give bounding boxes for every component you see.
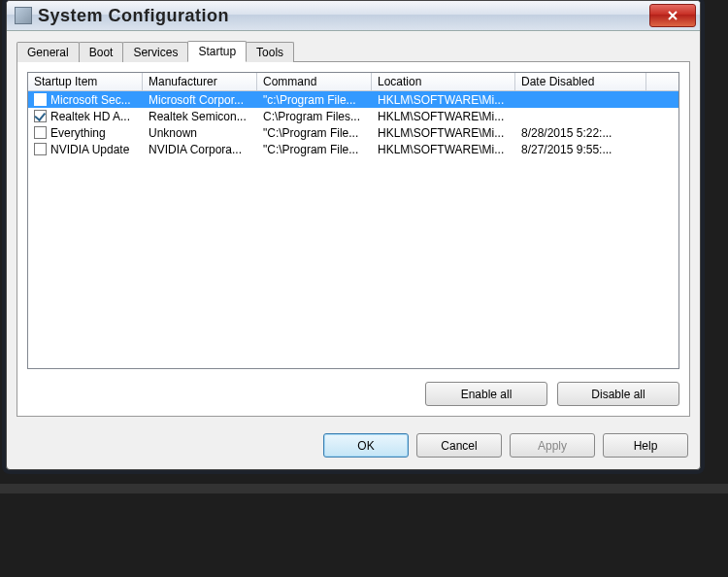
cell-location: HKLM\SOFTWARE\Mi... [372, 143, 515, 156]
column-manufacturer[interactable]: Manufacturer [143, 73, 257, 90]
cell-command: "C:\Program File... [257, 126, 372, 140]
desktop-divider [0, 484, 728, 493]
listview-body: Microsoft Sec...Microsoft Corpor..."c:\P… [28, 91, 678, 157]
enable-all-button[interactable]: Enable all [425, 382, 547, 406]
cell-startup-item: NVIDIA Update [28, 143, 143, 156]
table-row[interactable]: Microsoft Sec...Microsoft Corpor..."c:\P… [28, 91, 678, 108]
column-date-disabled[interactable]: Date Disabled [515, 73, 646, 90]
disable-all-button[interactable]: Disable all [557, 382, 679, 406]
table-row[interactable]: EverythingUnknown"C:\Program File...HKLM… [28, 124, 678, 141]
tab-tools[interactable]: Tools [246, 42, 294, 62]
column-command[interactable]: Command [257, 73, 372, 90]
tab-boot[interactable]: Boot [79, 42, 124, 62]
cell-command: "C:\Program File... [257, 143, 372, 156]
panel-button-row: Enable all Disable all [425, 382, 679, 406]
row-checkbox[interactable] [34, 143, 47, 155]
startup-item-label: NVIDIA Update [50, 143, 129, 156]
cell-manufacturer: NVIDIA Corpora... [143, 143, 257, 156]
table-row[interactable]: Realtek HD A...Realtek Semicon...C:\Prog… [28, 108, 678, 124]
row-checkbox[interactable] [34, 93, 47, 106]
cell-manufacturer: Microsoft Corpor... [143, 93, 257, 107]
cell-startup-item: Realtek HD A... [28, 110, 143, 123]
apply-button[interactable]: Apply [510, 433, 595, 458]
startup-item-label: Microsoft Sec... [50, 93, 131, 107]
startup-item-label: Everything [50, 126, 106, 140]
cell-location: HKLM\SOFTWARE\Mi... [372, 110, 515, 123]
help-button[interactable]: Help [603, 433, 688, 458]
cell-manufacturer: Realtek Semicon... [143, 110, 257, 123]
startup-item-label: Realtek HD A... [50, 110, 130, 123]
title-bar[interactable]: System Configuration [7, 1, 700, 31]
startup-listview[interactable]: Startup Item Manufacturer Command Locati… [27, 72, 679, 369]
close-icon [667, 10, 678, 21]
tab-strip: General Boot Services Startup Tools [17, 40, 690, 61]
cancel-button[interactable]: Cancel [416, 433, 502, 458]
column-location[interactable]: Location [372, 73, 515, 90]
cell-date-disabled: 8/27/2015 9:55:... [515, 143, 646, 156]
cell-command: C:\Program Files... [257, 110, 372, 123]
column-extra [646, 73, 678, 90]
cell-location: HKLM\SOFTWARE\Mi... [372, 93, 515, 107]
ok-button[interactable]: OK [323, 433, 409, 458]
app-icon [15, 7, 32, 24]
table-row[interactable]: NVIDIA UpdateNVIDIA Corpora..."C:\Progra… [28, 141, 678, 157]
tab-panel-startup: Startup Item Manufacturer Command Locati… [17, 61, 690, 417]
row-checkbox[interactable] [34, 126, 47, 139]
cell-startup-item: Everything [28, 126, 143, 140]
client-area: General Boot Services Startup Tools Star… [17, 40, 690, 423]
cell-startup-item: Microsoft Sec... [28, 93, 143, 107]
cell-date-disabled: 8/28/2015 5:22:... [515, 126, 646, 140]
cell-manufacturer: Unknown [143, 126, 257, 140]
column-startup-item[interactable]: Startup Item [28, 73, 143, 90]
system-configuration-window: System Configuration General Boot Servic… [6, 0, 701, 470]
close-button[interactable] [649, 4, 696, 27]
listview-header: Startup Item Manufacturer Command Locati… [28, 73, 678, 91]
row-checkbox[interactable] [34, 110, 47, 122]
cell-location: HKLM\SOFTWARE\Mi... [372, 126, 515, 140]
tab-general[interactable]: General [17, 42, 80, 62]
tab-startup[interactable]: Startup [187, 41, 247, 62]
tab-services[interactable]: Services [122, 42, 188, 62]
dialog-button-row: OK Cancel Apply Help [323, 433, 688, 458]
cell-command: "c:\Program File... [257, 93, 372, 107]
window-title: System Configuration [38, 6, 649, 26]
